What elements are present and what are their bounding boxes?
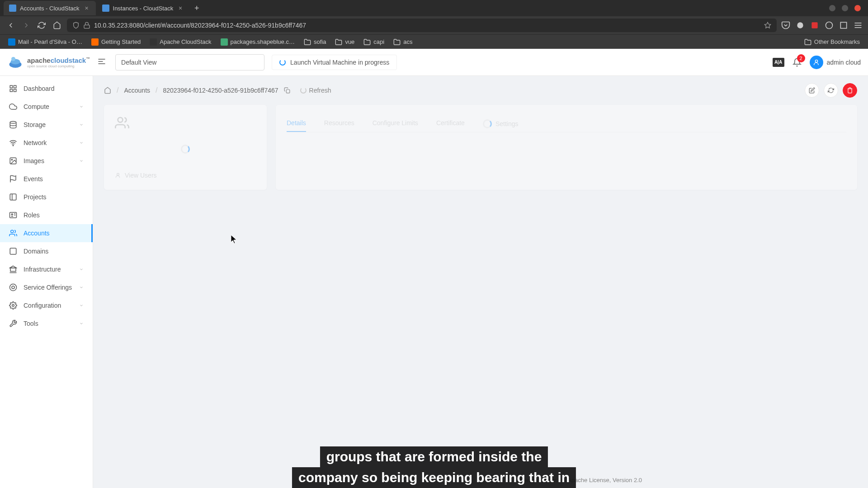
browser-tab-accounts[interactable]: Accounts - CloudStack × xyxy=(4,1,96,15)
new-tab-button[interactable]: + xyxy=(190,2,203,14)
sidebar-item-images[interactable]: Images xyxy=(0,152,93,170)
svg-point-35 xyxy=(12,286,14,289)
tab-details[interactable]: Details xyxy=(287,116,306,132)
reload-button[interactable] xyxy=(36,20,47,31)
other-bookmarks[interactable]: Other Bookmarks xyxy=(802,37,863,47)
edit-button[interactable] xyxy=(805,83,819,98)
sidebar-item-label: Storage xyxy=(24,121,73,128)
home-button[interactable] xyxy=(52,20,62,31)
sidebar-item-storage[interactable]: Storage xyxy=(0,116,93,134)
tab-settings[interactable]: Settings xyxy=(483,116,519,132)
sidebar-item-service-offerings[interactable]: Service Offerings xyxy=(0,278,93,296)
extension-icon[interactable] xyxy=(796,21,805,30)
close-icon[interactable]: × xyxy=(83,5,90,12)
sidebar-item-events[interactable]: Events xyxy=(0,170,93,188)
account-summary-card: View Users xyxy=(104,105,267,190)
bookmark-folder-sofia[interactable]: sofia xyxy=(301,37,329,47)
folder-icon xyxy=(335,38,342,46)
lock-icon xyxy=(83,22,90,29)
sidebar-item-tools[interactable]: Tools xyxy=(0,314,93,333)
bookmark-apache-cloudstack[interactable]: Apache CloudStack xyxy=(147,37,214,47)
sidebar-item-label: Domains xyxy=(24,248,84,255)
chevron-down-icon xyxy=(79,122,84,127)
view-users-link[interactable]: View Users xyxy=(115,172,256,179)
chevron-down-icon xyxy=(79,141,84,145)
bookmarks-bar: Mail - Pearl d'Silva - O… Getting Starte… xyxy=(0,34,868,49)
url-bar[interactable]: 10.0.35.223:8080/client/#/account/820239… xyxy=(67,19,777,32)
cloudstack-logo-icon xyxy=(7,54,24,70)
video-caption: groups that are formed inside the compan… xyxy=(292,446,576,488)
user-menu[interactable]: admin cloud xyxy=(810,56,861,69)
notifications-button[interactable]: 2 xyxy=(793,58,802,67)
view-selector[interactable]: Default View xyxy=(115,54,264,70)
user-icon xyxy=(115,172,121,178)
team-icon xyxy=(9,229,17,237)
menu-icon[interactable] xyxy=(854,21,863,30)
svg-point-21 xyxy=(13,145,14,146)
browser-toolbar: 10.0.35.223:8080/client/#/account/820239… xyxy=(0,16,868,34)
setting-icon xyxy=(9,301,17,310)
window-close-button[interactable] xyxy=(854,5,861,11)
pocket-icon[interactable] xyxy=(781,21,790,30)
sidebar-item-label: Events xyxy=(24,175,84,183)
sidebar-item-configuration[interactable]: Configuration xyxy=(0,296,93,314)
tab-certificate[interactable]: Certificate xyxy=(436,116,465,132)
main-content: / Accounts / 82023964-f012-4250-a526-91b… xyxy=(93,76,868,488)
chevron-down-icon xyxy=(79,104,84,109)
folder-icon xyxy=(393,38,401,46)
svg-point-20 xyxy=(10,122,16,124)
caption-line-2: company so being keeping bearing that in xyxy=(292,467,576,488)
shield-icon xyxy=(72,22,80,29)
sidebar-item-roles[interactable]: Roles xyxy=(0,206,93,224)
sidebar-item-compute[interactable]: Compute xyxy=(0,98,93,116)
close-icon[interactable]: × xyxy=(177,5,184,12)
tab-favicon xyxy=(9,5,16,12)
content-row: View Users Details Resources Configure L… xyxy=(104,105,857,190)
maximize-button[interactable] xyxy=(842,5,848,11)
sync-button[interactable] xyxy=(824,83,838,98)
minimize-button[interactable] xyxy=(829,5,835,11)
copy-icon[interactable] xyxy=(284,87,290,94)
database-icon xyxy=(9,121,17,129)
forward-button[interactable] xyxy=(21,20,32,31)
bookmark-mail[interactable]: Mail - Pearl d'Silva - O… xyxy=(5,37,85,47)
bookmark-folder-capi[interactable]: capi xyxy=(361,37,387,47)
loading-spinner-icon xyxy=(483,119,492,128)
sidebar-item-infrastructure[interactable]: Infrastructure xyxy=(0,260,93,278)
svg-rect-5 xyxy=(840,22,846,28)
svg-point-36 xyxy=(12,305,14,307)
bookmark-folder-vue[interactable]: vue xyxy=(332,37,357,47)
bookmark-packages[interactable]: packages.shapeblue.c… xyxy=(218,37,297,47)
breadcrumb-account-id[interactable]: 82023964-f012-4250-a526-91b9c6ff7467 xyxy=(163,87,278,94)
home-icon[interactable] xyxy=(104,87,111,94)
svg-rect-17 xyxy=(14,85,16,88)
extension-icon[interactable] xyxy=(825,21,834,30)
svg-point-11 xyxy=(11,57,15,61)
idcard-icon xyxy=(9,211,17,219)
star-icon[interactable] xyxy=(764,22,771,29)
tab-resources[interactable]: Resources xyxy=(324,116,354,132)
sidebar-item-domains[interactable]: Domains xyxy=(0,242,93,260)
sidebar-collapse-button[interactable] xyxy=(97,57,108,68)
browser-tab-instances[interactable]: Instances - CloudStack × xyxy=(97,1,190,15)
sidebar-item-accounts[interactable]: Accounts xyxy=(0,224,93,242)
sidebar-item-projects[interactable]: Projects xyxy=(0,188,93,206)
refresh-button[interactable]: Refresh xyxy=(296,85,336,96)
language-toggle[interactable]: A|A xyxy=(773,58,784,67)
back-button[interactable] xyxy=(5,20,16,31)
tab-configure-limits[interactable]: Configure Limits xyxy=(373,116,418,132)
sidebar-item-label: Service Offerings xyxy=(24,284,73,291)
breadcrumb-accounts[interactable]: Accounts xyxy=(124,87,150,94)
action-buttons xyxy=(805,83,857,98)
sidebar-item-network[interactable]: Network xyxy=(0,134,93,152)
sidebar-item-label: Compute xyxy=(24,103,73,110)
account-detail-card: Details Resources Configure Limits Certi… xyxy=(276,105,857,190)
sidebar-item-dashboard[interactable]: Dashboard xyxy=(0,80,93,98)
extension-icon[interactable] xyxy=(810,21,819,30)
bookmark-getting-started[interactable]: Getting Started xyxy=(89,37,143,47)
extension-icon[interactable] xyxy=(839,21,848,30)
bookmark-folder-acs[interactable]: acs xyxy=(391,37,415,47)
avatar xyxy=(810,56,823,69)
delete-button[interactable] xyxy=(843,83,857,98)
logo[interactable]: apachecloudstack™ open source cloud comp… xyxy=(7,54,90,70)
